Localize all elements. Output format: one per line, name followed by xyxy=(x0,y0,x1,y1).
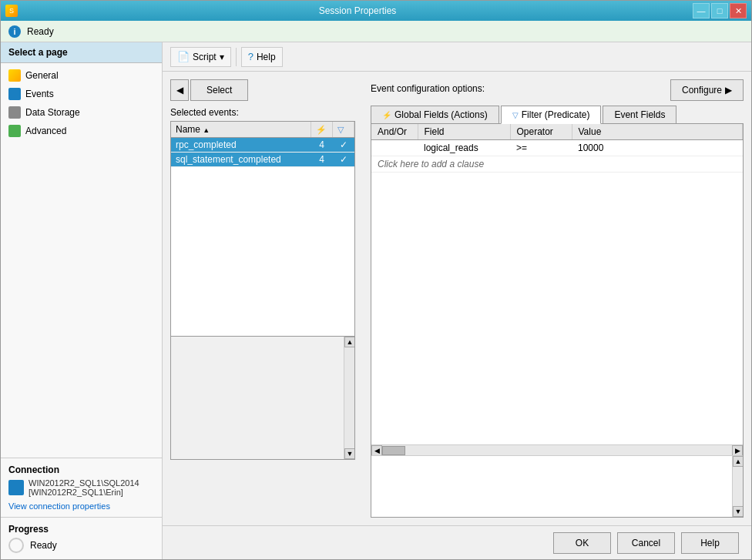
events-table-wrapper: Name ▲ ⚡ ▽ xyxy=(170,121,355,337)
filter-table: And/Or Field Operator Value xyxy=(371,124,743,173)
scroll-bottom-arrow[interactable]: ▼ xyxy=(733,506,744,517)
filter-col-field[interactable]: Field xyxy=(418,124,510,140)
sidebar-label-events: Events xyxy=(25,89,54,99)
filter-scroll-track[interactable] xyxy=(733,467,743,506)
progress-title: Progress xyxy=(8,524,154,535)
events-bottom-panel: ▲ ▼ xyxy=(170,337,355,460)
footer-bar: OK Cancel Help xyxy=(163,525,751,559)
filter-andor-cell xyxy=(371,140,418,156)
sidebar-item-events[interactable]: Events xyxy=(1,85,162,103)
panel-body: ◀ Select Selected events: Name ▲ xyxy=(163,72,751,525)
right-scrollbar: ▲ ▼ xyxy=(344,337,354,459)
sort-asc-icon: ▲ xyxy=(203,126,210,134)
connection-title: Connection xyxy=(8,464,154,475)
tab-filter[interactable]: ▽ Filter (Predicate) xyxy=(501,106,602,124)
filter-bottom-area: ▲ ▼ xyxy=(371,455,743,517)
progress-status: Ready xyxy=(30,540,57,551)
sidebar-item-general[interactable]: General xyxy=(1,66,162,85)
sidebar-label-general: General xyxy=(25,70,59,81)
script-button[interactable]: 📄 Script ▾ xyxy=(170,47,231,67)
scroll-top-arrow[interactable]: ▲ xyxy=(733,456,744,467)
view-connection-link[interactable]: View connection properties xyxy=(8,501,154,511)
scroll-up-arrow[interactable]: ▲ xyxy=(344,337,355,347)
status-icon: i xyxy=(8,25,21,38)
title-bar: S Session Properties — □ ✕ xyxy=(1,1,751,21)
add-clause-row[interactable]: Click here to add a clause xyxy=(371,156,743,173)
datastorage-icon xyxy=(8,106,21,119)
tab-global-icon: ⚡ xyxy=(382,111,391,119)
window: S Session Properties — □ ✕ i Ready Selec… xyxy=(0,0,752,560)
toolbar-divider xyxy=(236,48,237,66)
help-button[interactable]: ? Help xyxy=(241,47,283,67)
table-row[interactable]: logical_reads >= 10000 xyxy=(371,140,743,156)
filter-col-andor[interactable]: And/Or xyxy=(371,124,418,140)
sidebar-item-datastorage[interactable]: Data Storage xyxy=(1,103,162,122)
maximize-button[interactable]: □ xyxy=(711,3,728,18)
advanced-icon xyxy=(8,125,21,137)
cancel-button[interactable]: Cancel xyxy=(617,532,675,554)
filter-operator-cell: >= xyxy=(510,140,572,156)
help-label: Help xyxy=(257,52,276,62)
events-icon xyxy=(8,88,21,100)
table-row[interactable]: sql_statement_completed 4 ✓ xyxy=(171,153,354,167)
script-label: Script xyxy=(193,52,217,62)
sidebar-nav: General Events Data Storage Advanced xyxy=(1,63,162,458)
h-scroll-thumb[interactable] xyxy=(382,446,405,455)
window-controls: — □ ✕ xyxy=(693,3,747,18)
close-button[interactable]: ✕ xyxy=(730,3,747,18)
scroll-left-arrow[interactable]: ◀ xyxy=(371,445,382,456)
tab-global-fields[interactable]: ⚡ Global Fields (Actions) xyxy=(371,106,499,123)
event-config-label: Event configuration options: xyxy=(371,83,485,94)
scroll-track[interactable] xyxy=(344,347,354,448)
minimize-button[interactable]: — xyxy=(693,3,710,18)
connection-icon xyxy=(8,480,24,495)
ok-button[interactable]: OK xyxy=(553,532,611,554)
scroll-down-arrow[interactable]: ▼ xyxy=(344,448,355,459)
general-icon xyxy=(8,69,21,82)
filter-col-value[interactable]: Value xyxy=(572,124,743,140)
events-bottom-content xyxy=(171,337,344,459)
sidebar-item-advanced[interactable]: Advanced xyxy=(1,122,162,140)
main-content: Select a page General Events Data Storag… xyxy=(1,42,751,559)
help-icon: ? xyxy=(248,51,253,62)
h-scroll-track[interactable] xyxy=(382,445,732,455)
filter-table-wrapper: And/Or Field Operator Value xyxy=(371,124,743,444)
event-col3-cell: ✓ xyxy=(333,153,354,167)
event-col2-cell: 4 xyxy=(311,153,333,167)
lightning-icon: ⚡ xyxy=(316,125,327,134)
sidebar-label-advanced: Advanced xyxy=(25,126,66,136)
col-name-header[interactable]: Name ▲ xyxy=(171,122,311,138)
select-button[interactable]: Select xyxy=(190,79,248,101)
window-title: Session Properties xyxy=(22,5,693,16)
configure-label: Configure xyxy=(682,85,722,96)
configure-button[interactable]: Configure ▶ xyxy=(670,79,744,101)
progress-section: Progress Ready xyxy=(1,517,162,559)
right-panel: 📄 Script ▾ ? Help ◀ Select xyxy=(163,42,751,559)
select-row: ◀ Select xyxy=(170,79,355,101)
tab-event-fields[interactable]: Event Fields xyxy=(603,106,676,123)
filter-icon: ▽ xyxy=(337,125,344,134)
horizontal-scrollbar: ◀ ▶ xyxy=(371,444,743,455)
filter-col-operator[interactable]: Operator xyxy=(510,124,572,140)
config-panel: And/Or Field Operator Value xyxy=(371,124,744,518)
events-bottom-inner: ▲ ▼ xyxy=(171,337,354,459)
tab-filter-icon: ▽ xyxy=(512,111,519,119)
col-filter-header[interactable]: ▽ xyxy=(333,122,354,138)
scroll-right-arrow[interactable]: ▶ xyxy=(732,445,743,456)
tabs-bar: ⚡ Global Fields (Actions) ▽ Filter (Pred… xyxy=(371,106,744,124)
filter-field-cell: logical_reads xyxy=(418,140,510,156)
selected-events-label: Selected events: xyxy=(170,107,355,118)
table-row[interactable]: rpc_completed 4 ✓ xyxy=(171,138,354,153)
help-footer-button[interactable]: Help xyxy=(681,532,739,554)
script-dropdown-icon: ▾ xyxy=(220,52,224,62)
status-bar: i Ready xyxy=(1,21,751,42)
tab-global-label: Global Fields (Actions) xyxy=(394,109,488,120)
sidebar-header: Select a page xyxy=(1,42,162,63)
event-name-cell: rpc_completed xyxy=(171,138,311,153)
connection-section: Connection WIN2012R2_SQL1\SQL2014 [WIN20… xyxy=(1,458,162,517)
filter-right-scrollbar: ▲ ▼ xyxy=(732,456,743,517)
col-name-label: Name xyxy=(176,124,200,135)
filter-description-area xyxy=(371,456,732,517)
back-button[interactable]: ◀ xyxy=(170,79,189,101)
col-lightning-header[interactable]: ⚡ xyxy=(311,122,333,138)
